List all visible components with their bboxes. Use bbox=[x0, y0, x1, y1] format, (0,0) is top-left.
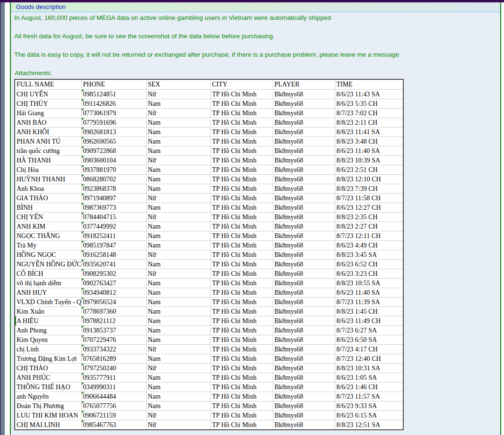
cell-phone: 0918252411 bbox=[81, 231, 146, 241]
cell-phone: 0773061979 bbox=[81, 109, 146, 118]
cell-corner-flag-icon bbox=[82, 364, 84, 366]
cell-sex: Nam bbox=[146, 241, 210, 250]
table-row: Hải Giang0773061979NữTP Hồ Chí MinhBk8my… bbox=[15, 109, 403, 118]
cell-city: TP Hồ Chí Minh bbox=[210, 222, 273, 231]
cell-sex: Nam bbox=[146, 307, 210, 316]
cell-phone: 0906644484 bbox=[81, 392, 146, 401]
table-row: ANH BẢO0779591696NamTP Hồ Chí MinhBk8mys… bbox=[15, 118, 403, 128]
cell-name: Kim Quyen bbox=[15, 335, 81, 345]
cell-name: LUU THI KIM HOAN bbox=[15, 411, 81, 420]
cell-name: HÀ THANH bbox=[15, 156, 81, 165]
cell-phone: 0377449992 bbox=[81, 222, 146, 231]
table-row: CHỊ UYÊN0985124851NữTP Hồ Chí MinhBk8mys… bbox=[15, 90, 403, 99]
cell-time: 8/7/23 11:57 SA bbox=[335, 392, 403, 401]
cell-player: Bk8mys68 bbox=[273, 222, 335, 231]
cell-city: TP Hồ Chí Minh bbox=[210, 165, 273, 175]
cell-city: TP Hồ Chí Minh bbox=[210, 411, 273, 420]
cell-corner-flag-icon bbox=[82, 137, 84, 139]
cell-phone: 0765816289 bbox=[81, 354, 146, 364]
cell-sex: Nữ bbox=[146, 194, 210, 203]
cell-time: 8/8/23 10:39 SA bbox=[335, 156, 403, 165]
cell-city: TP Hồ Chí Minh bbox=[210, 364, 273, 373]
table-row: ANH HUY0934940812NamTP Hồ Chí MinhBk8mys… bbox=[15, 288, 403, 298]
cell-sex: Nữ bbox=[146, 109, 210, 118]
cell-sex: Nam bbox=[146, 203, 210, 213]
table-row: A HIẾU0978821112NamTP Hồ Chí MinhBk8mys6… bbox=[15, 316, 403, 326]
table-row: ANH KHÔI0902681813NamTP Hồ Chí MinhBk8my… bbox=[15, 128, 403, 137]
cell-phone: 0707229476 bbox=[81, 335, 146, 345]
cell-name: CHỊ YẾN bbox=[15, 213, 81, 222]
column-header: FULL NAME bbox=[15, 79, 81, 90]
cell-city: TP Hồ Chí Minh bbox=[210, 383, 273, 392]
cell-phone: 0349990311 bbox=[81, 383, 146, 392]
column-header: SEX bbox=[146, 79, 210, 90]
cell-phone: 0962690565 bbox=[81, 137, 146, 146]
table-row: BÌNH0987369773NamTP Hồ Chí MinhBk8mys688… bbox=[15, 203, 403, 213]
cell-corner-flag-icon bbox=[82, 279, 84, 281]
cell-player: Bk8mys68 bbox=[273, 420, 335, 430]
cell-phone: 0903600104 bbox=[81, 156, 146, 165]
cell-name: THÔNG THẾ HẠO bbox=[15, 383, 81, 392]
cell-phone: 0868280702 bbox=[81, 175, 146, 184]
cell-corner-flag-icon bbox=[82, 241, 84, 243]
cell-city: TP Hồ Chí Minh bbox=[210, 307, 273, 316]
cell-corner-flag-icon bbox=[82, 260, 84, 262]
cell-corner-flag-icon bbox=[82, 326, 84, 328]
cell-sex: Nam bbox=[146, 288, 210, 298]
cell-player: Bk8mys68 bbox=[273, 128, 335, 137]
left-scroll-strip[interactable] bbox=[0, 2, 5, 435]
cell-sex: Nam bbox=[146, 175, 210, 184]
cell-player: Bk8mys68 bbox=[273, 118, 335, 128]
cell-city: TP Hồ Chí Minh bbox=[210, 269, 273, 279]
cell-name: anh Nguyên bbox=[15, 392, 81, 401]
cell-time: 8/8/23 2:11 CH bbox=[335, 118, 403, 128]
goods-description-panel: Goods description In August, 160,000 pie… bbox=[10, 2, 501, 435]
cell-time: 8/8/23 10:31 SA bbox=[335, 364, 403, 373]
cell-sex: Nam bbox=[146, 137, 210, 146]
cell-player: Bk8mys68 bbox=[273, 307, 335, 316]
cell-player: Bk8mys68 bbox=[273, 269, 335, 279]
cell-name: BÌNH bbox=[15, 203, 81, 213]
cell-player: Bk8mys68 bbox=[273, 156, 335, 165]
cell-city: TP Hồ Chí Minh bbox=[210, 260, 273, 269]
cell-player: Bk8mys68 bbox=[273, 345, 335, 354]
cell-name: HUỲNH THANH bbox=[15, 175, 81, 184]
cell-sex: Nam bbox=[146, 335, 210, 345]
cell-phone: 0916258148 bbox=[81, 250, 146, 260]
cell-player: Bk8mys68 bbox=[273, 316, 335, 326]
table-row: CHỊ THỦY0911426826NamTP Hồ Chí MinhBk8my… bbox=[15, 99, 403, 109]
table-row: HÀ THANH0903600104NữTP Hồ Chí MinhBk8mys… bbox=[15, 156, 403, 165]
cell-phone: 0913853737 bbox=[81, 326, 146, 335]
cell-corner-flag-icon bbox=[82, 118, 84, 120]
cell-city: TP Hồ Chí Minh bbox=[210, 194, 273, 203]
cell-time: 8/8/23 3:48 CH bbox=[335, 137, 403, 146]
cell-corner-flag-icon bbox=[82, 175, 84, 177]
cell-city: TP Hồ Chí Minh bbox=[210, 146, 273, 156]
cell-corner-flag-icon bbox=[82, 194, 84, 196]
cell-sex: Nam bbox=[146, 401, 210, 411]
cell-city: TP Hồ Chí Minh bbox=[210, 316, 273, 326]
cell-city: TP Hồ Chí Minh bbox=[210, 213, 273, 222]
cell-name: CHỊ THẢO bbox=[15, 364, 81, 373]
cell-sex: Nữ bbox=[146, 213, 210, 222]
cell-corner-flag-icon bbox=[82, 383, 84, 385]
cell-phone: 0978821112 bbox=[81, 316, 146, 326]
cell-name: VLXD Chính Tuyến - Q bbox=[15, 298, 81, 307]
cell-name: HỒNG NGỌC bbox=[15, 250, 81, 260]
cell-city: TP Hồ Chí Minh bbox=[210, 250, 273, 260]
cell-name: Trà My bbox=[15, 241, 81, 250]
cell-corner-flag-icon bbox=[82, 288, 84, 290]
cell-sex: Nam bbox=[146, 373, 210, 383]
cell-phone: 0937881970 bbox=[81, 165, 146, 175]
cell-time: 8/6/23 6:52 CH bbox=[335, 260, 403, 269]
cell-time: 8/7/23 11:58 CH bbox=[335, 194, 403, 203]
cell-player: Bk8mys68 bbox=[273, 373, 335, 383]
cell-city: TP Hồ Chí Minh bbox=[210, 401, 273, 411]
cell-time: 8/6/23 2:51 CH bbox=[335, 165, 403, 175]
section-title: Goods description bbox=[16, 3, 66, 10]
cell-name: PHAN ANH TÚ bbox=[15, 137, 81, 146]
cell-city: TP Hồ Chí Minh bbox=[210, 90, 273, 99]
cell-city: TP Hồ Chí Minh bbox=[210, 137, 273, 146]
cell-city: TP Hồ Chí Minh bbox=[210, 128, 273, 137]
table-row: Kim Quyen0707229476NamTP Hồ Chí MinhBk8m… bbox=[15, 335, 403, 345]
